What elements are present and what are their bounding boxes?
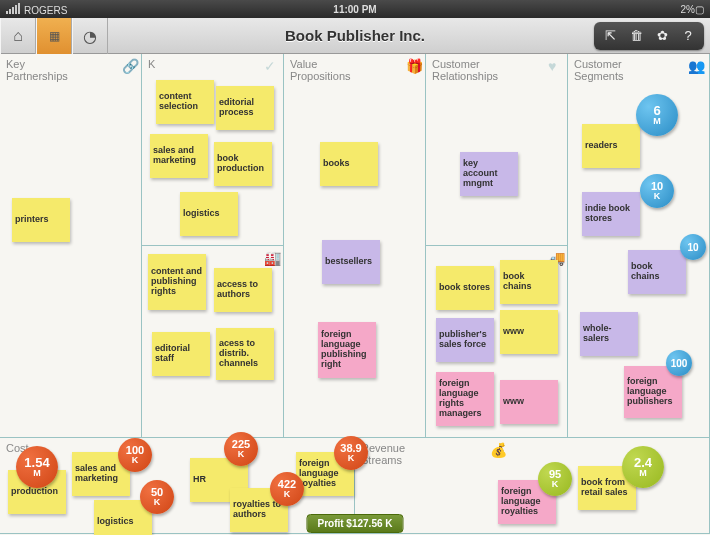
badge-flr[interactable]: 38.9K	[334, 436, 368, 470]
note-sales-marketing[interactable]: sales and marketing	[150, 134, 208, 178]
note-flpr[interactable]: foreign language publishing right	[318, 322, 376, 378]
section-kp: Key Partnerships	[0, 54, 90, 86]
note-content-selection[interactable]: content selection	[156, 80, 214, 124]
badge-hr[interactable]: 225K	[224, 432, 258, 466]
carrier-label: ROGERS	[6, 3, 67, 16]
note-printers[interactable]: printers	[12, 198, 70, 242]
toolbar-right: ⇱ 🗑 ✿ ?	[594, 22, 704, 50]
note-flrm[interactable]: foreign language rights managers	[436, 372, 494, 426]
section-ka: K	[142, 54, 161, 74]
profit-label: Profit $127.56 K	[306, 514, 403, 533]
note-access-dist[interactable]: acess to distrib. channels	[216, 328, 274, 380]
note-indie[interactable]: indie book stores	[582, 192, 640, 236]
people-icon: 👥	[688, 58, 705, 74]
page-title: Book Publisher Inc.	[285, 27, 425, 44]
note-book-chains[interactable]: book chains	[500, 260, 558, 304]
note-readers[interactable]: readers	[582, 124, 640, 168]
badge-flr2[interactable]: 95K	[538, 462, 572, 496]
badge-indie[interactable]: 10K	[640, 174, 674, 208]
home-icon: ⌂	[13, 27, 23, 45]
factory-icon: 🏭	[264, 250, 281, 266]
export-icon: ⇱	[605, 28, 616, 43]
section-rev: Revenue Streams	[355, 438, 445, 470]
link-icon: 🔗	[122, 58, 139, 74]
pie-icon: ◔	[83, 27, 97, 46]
note-book-chains2[interactable]: book chains	[628, 250, 686, 294]
badge-salesmkt[interactable]: 100K	[118, 438, 152, 472]
note-www2[interactable]: www	[500, 380, 558, 424]
note-book-production[interactable]: book production	[214, 142, 272, 186]
section-cs: Customer Segments	[568, 54, 658, 86]
note-editorial-staff[interactable]: editorial staff	[152, 332, 210, 376]
badge-readers[interactable]: 6M	[636, 94, 678, 136]
gift-icon: 🎁	[406, 58, 423, 74]
clock-label: 11:00 PM	[333, 4, 376, 15]
trash-icon: 🗑	[630, 28, 643, 43]
gear-icon: ✿	[657, 28, 668, 43]
note-cpr[interactable]: content and publishing rights	[148, 254, 206, 310]
note-wholesalers[interactable]: whole-salers	[580, 312, 638, 356]
calculator-button[interactable]: ▦	[36, 18, 72, 54]
battery-label: 2%▢	[681, 4, 704, 15]
title-bar: ⌂ ▦ ◔ Book Publisher Inc. ⇱ 🗑 ✿ ?	[0, 18, 710, 54]
note-logistics[interactable]: logistics	[180, 192, 238, 236]
note-psf[interactable]: publisher's sales force	[436, 318, 494, 362]
check-icon: ✓	[264, 58, 276, 74]
section-cr: Customer Relationships	[426, 54, 516, 86]
note-access-authors[interactable]: access to authors	[214, 268, 272, 312]
trash-button[interactable]: 🗑	[623, 25, 649, 47]
settings-button[interactable]: ✿	[649, 25, 675, 47]
note-www[interactable]: www	[500, 310, 558, 354]
badge-retail[interactable]: 2.4M	[622, 446, 664, 488]
note-book-stores[interactable]: book stores	[436, 266, 494, 310]
badge-flp[interactable]: 100	[666, 350, 692, 376]
help-icon: ?	[684, 28, 691, 43]
calculator-icon: ▦	[49, 29, 60, 43]
note-editorial-process[interactable]: editorial process	[216, 86, 274, 130]
badge-chains[interactable]: 10	[680, 234, 706, 260]
note-bestsellers[interactable]: bestsellers	[322, 240, 380, 284]
help-button[interactable]: ?	[675, 25, 701, 47]
home-button[interactable]: ⌂	[0, 18, 36, 54]
badge-logistics[interactable]: 50K	[140, 480, 174, 514]
money-icon: 💰	[490, 442, 507, 458]
note-books[interactable]: books	[320, 142, 378, 186]
badge-production[interactable]: 1.54M	[16, 446, 58, 488]
canvas[interactable]: Key Partnerships 🔗 K ✓ Value Proposition…	[0, 54, 710, 535]
badge-royauth[interactable]: 422K	[270, 472, 304, 506]
chart-button[interactable]: ◔	[72, 18, 108, 54]
status-bar: ROGERS 11:00 PM 2%▢	[0, 0, 710, 18]
export-button[interactable]: ⇱	[597, 25, 623, 47]
section-vp: Value Propositions	[284, 54, 374, 86]
heart-icon: ♥	[548, 58, 556, 74]
note-kam[interactable]: key account mngmt	[460, 152, 518, 196]
